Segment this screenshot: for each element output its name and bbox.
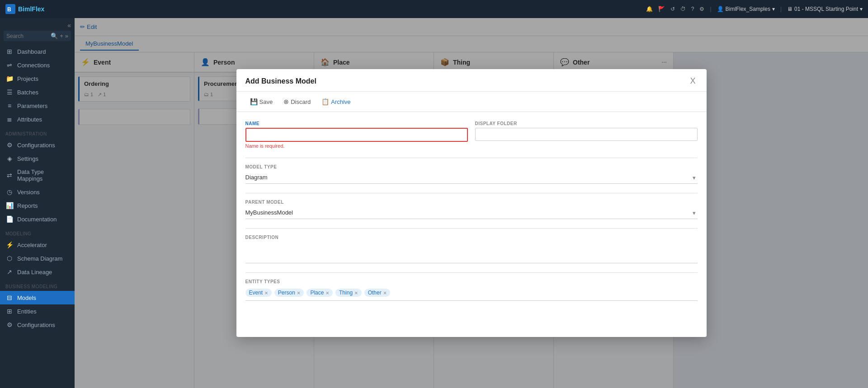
display-folder-field[interactable] xyxy=(475,128,698,141)
user-info[interactable]: 👤 BimlFlex_Samples ▾ xyxy=(717,6,775,12)
sidebar-item-projects[interactable]: 📁 Projects xyxy=(0,72,75,85)
divider3 xyxy=(245,228,698,229)
sidebar-item-label: Configurations xyxy=(17,142,55,149)
dialog-title: Add Business Model xyxy=(245,77,316,85)
name-field[interactable] xyxy=(245,128,468,142)
search-icon[interactable]: 🔍 xyxy=(51,33,58,39)
parameters-icon: ≡ xyxy=(5,102,14,109)
entity-tag-person: Person × xyxy=(274,289,304,297)
divider1 xyxy=(245,158,698,158)
content-area: ✏ Edit MyBusinessModel ⚡ Event Ordering … xyxy=(75,18,868,388)
sidebar-item-label: Attributes xyxy=(17,116,42,123)
schema-diagram-icon: ⬡ xyxy=(5,255,14,262)
refresh-icon[interactable]: ↺ xyxy=(670,6,675,12)
dialog-overlay: Add Business Model X 💾 Save ⊗ Discard 📋 … xyxy=(75,18,868,388)
parent-model-label: PARENT MODEL xyxy=(245,200,698,205)
description-field[interactable] xyxy=(245,242,698,263)
entity-tag-remove-place[interactable]: × xyxy=(326,290,329,296)
sidebar-item-schema-diagram[interactable]: ⬡ Schema Diagram xyxy=(0,252,75,265)
sidebar-item-documentation[interactable]: 📄 Documentation xyxy=(0,212,75,226)
sidebar-item-models[interactable]: ⊟ Models xyxy=(0,291,75,304)
entity-tag-label: Person xyxy=(278,290,295,296)
entity-tag-remove-other[interactable]: × xyxy=(383,290,387,296)
sidebar-item-label: Models xyxy=(17,295,36,301)
form-group-name: NAME Name is required. xyxy=(245,121,468,149)
form-row-entity-types: ENTITY TYPES Event × Person × xyxy=(245,279,698,301)
sidebar-item-dashboard[interactable]: ⊞ Dashboard xyxy=(0,45,75,58)
section-label-business-modeling: Business Modeling xyxy=(0,279,75,291)
name-error-message: Name is required. xyxy=(245,143,468,149)
sidebar-item-label: Settings xyxy=(17,155,38,162)
dialog-header: Add Business Model X xyxy=(236,69,707,92)
sidebar-item-versions[interactable]: ◷ Versions xyxy=(0,185,75,199)
discard-button[interactable]: ⊗ Discard xyxy=(279,96,315,107)
add-icon[interactable]: + xyxy=(60,33,63,39)
sidebar-item-label: Schema Diagram xyxy=(17,255,62,262)
sidebar-collapse-button[interactable]: « xyxy=(67,22,71,29)
sidebar-item-settings[interactable]: ◈ Settings xyxy=(0,152,75,165)
app-logo[interactable]: B BimlFlex xyxy=(5,4,44,14)
sidebar-item-configurations-bm[interactable]: ⚙ Configurations xyxy=(0,318,75,332)
sidebar-item-reports[interactable]: 📊 Reports xyxy=(0,199,75,212)
settings-icon[interactable]: ⚙ xyxy=(699,6,704,12)
form-row-parent-model: PARENT MODEL MyBusinessModel None ▾ xyxy=(245,200,698,219)
sidebar-item-accelerator[interactable]: ⚡ Accelerator xyxy=(0,238,75,252)
sidebar-item-data-lineage[interactable]: ↗ Data Lineage xyxy=(0,265,75,279)
configurations-bm-icon: ⚙ xyxy=(5,321,14,328)
user-dropdown-icon: ▾ xyxy=(772,6,775,12)
separator2: | xyxy=(780,6,782,12)
entity-tag-place: Place × xyxy=(307,289,333,297)
model-type-select[interactable]: Diagram Physical Logical xyxy=(245,171,698,184)
help-icon[interactable]: ? xyxy=(691,6,694,12)
user-icon: 👤 xyxy=(717,6,724,12)
separator: | xyxy=(710,6,711,12)
documentation-icon: 📄 xyxy=(5,215,14,223)
connections-icon: ⇌ xyxy=(5,61,14,69)
flag-icon[interactable]: 🚩 xyxy=(658,6,665,12)
add-business-model-dialog: Add Business Model X 💾 Save ⊗ Discard 📋 … xyxy=(236,69,707,337)
section-label-modeling: Modeling xyxy=(0,226,75,238)
analytics-icon[interactable]: ⏱ xyxy=(680,6,686,12)
search-input[interactable] xyxy=(6,33,49,39)
form-group-parent-model: PARENT MODEL MyBusinessModel None ▾ xyxy=(245,200,698,219)
sidebar-item-attributes[interactable]: ≣ Attributes xyxy=(0,112,75,126)
sidebar-item-batches[interactable]: ☰ Batches xyxy=(0,85,75,99)
svg-text:B: B xyxy=(7,6,11,13)
sidebar-item-configurations[interactable]: ⚙ Configurations xyxy=(0,138,75,152)
data-type-mappings-icon: ⇄ xyxy=(5,172,14,179)
form-group-display-folder: DISPLAY FOLDER xyxy=(475,121,698,149)
sidebar-toggle: « xyxy=(0,18,75,31)
main-layout: « 🔍 + » ⊞ Dashboard ⇌ Connections 📁 Proj… xyxy=(0,18,868,388)
dialog-close-button[interactable]: X xyxy=(688,76,697,86)
top-bar: B BimlFlex 🔔 🚩 ↺ ⏱ ? ⚙ | 👤 BimlFlex_Samp… xyxy=(0,0,868,18)
archive-button[interactable]: 📋 Archive xyxy=(317,96,355,107)
dashboard-icon: ⊞ xyxy=(5,48,14,55)
connection-dropdown-icon: ▾ xyxy=(860,6,863,12)
entity-tag-event: Event × xyxy=(245,289,272,297)
sidebar-item-data-type-mappings[interactable]: ⇄ Data Type Mappings xyxy=(0,165,75,185)
model-type-select-wrap: Diagram Physical Logical ▾ xyxy=(245,171,698,184)
dialog-body: NAME Name is required. DISPLAY FOLDER xyxy=(236,112,707,337)
description-label: DESCRIPTION xyxy=(245,235,698,240)
sidebar-item-connections[interactable]: ⇌ Connections xyxy=(0,58,75,72)
entity-tag-remove-thing[interactable]: × xyxy=(354,290,358,296)
entity-tag-remove-event[interactable]: × xyxy=(264,290,268,296)
entity-tag-thing: Thing × xyxy=(335,289,362,297)
save-label: Save xyxy=(259,98,273,105)
entity-types-container: Event × Person × Place × xyxy=(245,286,698,301)
top-bar-left: B BimlFlex xyxy=(5,4,44,14)
accelerator-icon: ⚡ xyxy=(5,241,14,248)
save-button[interactable]: 💾 Save xyxy=(245,96,278,107)
section-label-administration: Administration xyxy=(0,126,75,138)
expand-icon[interactable]: » xyxy=(65,33,68,39)
connection-info[interactable]: 🖥 01 - MSSQL Starting Point ▾ xyxy=(787,6,863,12)
entity-tag-remove-person[interactable]: × xyxy=(297,290,301,296)
settings-nav-icon: ◈ xyxy=(5,155,14,162)
sidebar-item-entities[interactable]: ⊞ Entities xyxy=(0,304,75,318)
sidebar-item-label: Reports xyxy=(17,202,38,209)
sidebar-item-parameters[interactable]: ≡ Parameters xyxy=(0,99,75,112)
notifications-icon[interactable]: 🔔 xyxy=(646,6,653,12)
entity-tag-other: Other × xyxy=(364,289,391,297)
form-group-model-type: MODEL TYPE Diagram Physical Logical ▾ xyxy=(245,164,698,184)
parent-model-select[interactable]: MyBusinessModel None xyxy=(245,206,698,219)
